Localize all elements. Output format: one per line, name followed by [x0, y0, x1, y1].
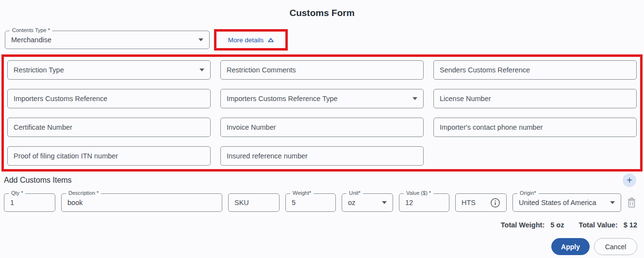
value-input[interactable] [405, 194, 443, 211]
itn-number-input[interactable] [14, 147, 204, 165]
hts-field [455, 193, 507, 212]
dropdown-arrow-icon [198, 38, 203, 41]
customs-form-dialog: Customs Form Contents Type * Merchandise… [0, 0, 644, 258]
origin-value: United States of America [519, 199, 596, 206]
more-details-label: More details [228, 36, 264, 44]
restriction-comments-field [220, 60, 424, 80]
total-value-value: $ 12 [624, 221, 637, 229]
senders-customs-reference-field [433, 60, 637, 80]
restriction-type-select[interactable]: Restriction Type [7, 60, 211, 80]
contents-type-value: Merchandise [11, 36, 51, 44]
page-title: Customs Form [0, 0, 644, 18]
description-label: Description * [66, 190, 101, 196]
unit-value: oz [348, 199, 355, 206]
certificate-number-field [7, 118, 211, 137]
collapse-arrow-icon [268, 38, 274, 42]
weight-field: Weight* [285, 193, 336, 212]
origin-label: Origin* [517, 190, 539, 196]
importers-customs-reference-input[interactable] [14, 89, 204, 108]
importer-contact-phone-field [433, 118, 637, 137]
plus-icon: + [627, 174, 632, 187]
weight-input[interactable] [292, 194, 330, 211]
totals-row: Total Weight: 5 oz Total Value: $ 12 [0, 221, 637, 229]
dropdown-arrow-icon [610, 201, 615, 204]
info-icon[interactable] [490, 198, 500, 208]
description-input[interactable] [67, 194, 216, 211]
total-weight-label: Total Weight: [501, 221, 545, 229]
importers-customs-reference-type-label: Importers Customs Reference Type [227, 95, 338, 103]
dropdown-arrow-icon [413, 97, 417, 100]
more-details-link[interactable]: More details [228, 36, 274, 44]
qty-input[interactable] [10, 194, 49, 211]
customs-details-section-annotation-box: Restriction Type Importers Customs Refer… [1, 54, 643, 172]
apply-button[interactable]: Apply [551, 238, 590, 255]
trash-icon [627, 197, 636, 208]
importers-customs-reference-field [7, 89, 211, 108]
contents-type-label: Contents Type * [10, 27, 52, 33]
insured-reference-input[interactable] [227, 147, 417, 165]
value-label: Value ($) * [404, 190, 433, 196]
weight-label: Weight* [290, 190, 314, 196]
sku-field [228, 193, 280, 212]
restriction-type-label: Restriction Type [14, 66, 64, 74]
delete-item-button[interactable] [627, 197, 636, 208]
add-customs-items-title: Add Customs Items [4, 176, 72, 185]
top-row: Contents Type * Merchandise More details [5, 29, 639, 51]
items-header: Add Customs Items + [4, 173, 636, 187]
description-field: Description * [61, 193, 222, 212]
certificate-number-input[interactable] [14, 118, 204, 137]
total-weight-value: 5 oz [550, 221, 564, 229]
importers-customs-reference-type-select[interactable]: Importers Customs Reference Type [220, 89, 424, 108]
add-item-button[interactable]: + [623, 173, 636, 187]
unit-label: Unit* [347, 190, 363, 196]
qty-label: Qty * [9, 190, 25, 196]
customs-item-row: Qty * Description * Weight* Unit* oz Val… [4, 193, 639, 212]
license-number-field [433, 89, 637, 108]
cancel-button[interactable]: Cancel [594, 238, 637, 255]
senders-customs-reference-input[interactable] [440, 61, 630, 79]
invoice-number-field [220, 118, 424, 137]
more-details-annotation-box: More details [214, 29, 288, 51]
invoice-number-input[interactable] [227, 118, 417, 137]
qty-field: Qty * [4, 193, 55, 212]
dropdown-arrow-icon [382, 201, 387, 204]
hts-input[interactable] [462, 194, 490, 211]
value-field: Value ($) * [399, 193, 449, 212]
contents-type-select[interactable]: Contents Type * Merchandise [5, 31, 210, 49]
importer-contact-phone-input[interactable] [440, 118, 630, 137]
unit-select[interactable]: Unit* oz [342, 193, 393, 212]
origin-select[interactable]: Origin* United States of America [512, 193, 621, 212]
total-value-label: Total Value: [578, 221, 617, 229]
itn-number-field [7, 146, 211, 166]
empty-grid-cell [433, 146, 637, 166]
sku-input[interactable] [234, 194, 273, 211]
dropdown-arrow-icon [199, 69, 204, 71]
restriction-comments-input[interactable] [227, 61, 417, 79]
insured-reference-field [220, 146, 424, 166]
license-number-input[interactable] [440, 89, 630, 108]
actions-row: Apply Cancel [0, 238, 637, 255]
